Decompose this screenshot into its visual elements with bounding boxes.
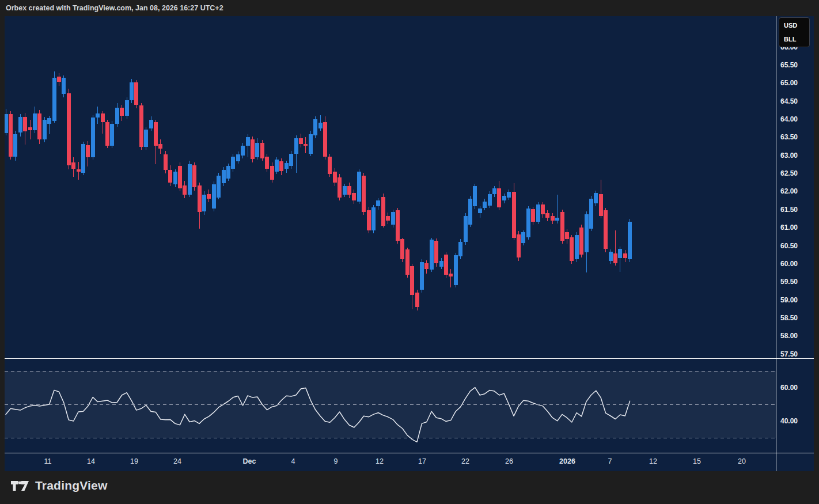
candle	[105, 122, 109, 146]
candle	[125, 100, 129, 115]
price-axis-label: 63.00	[780, 151, 798, 160]
price-axis-label: 59.50	[780, 277, 798, 286]
oscillator-pane[interactable]	[5, 359, 776, 453]
chart-widget: 66.0065.5065.0064.5064.0063.5063.0062.50…	[5, 16, 814, 471]
price-axis-label: 58.00	[780, 331, 798, 340]
time-axis-label: 24	[173, 457, 181, 465]
candle	[67, 93, 71, 165]
candle	[18, 117, 22, 132]
candle	[338, 177, 342, 198]
price-axis-label: 63.50	[780, 132, 798, 142]
tradingview-logo[interactable]: TradingView	[10, 479, 108, 492]
candle	[304, 144, 308, 146]
candle	[231, 157, 235, 169]
candle	[604, 210, 608, 249]
candle	[328, 157, 332, 173]
price-axis-label: 62.00	[780, 187, 798, 196]
price-axis-label: 61.00	[780, 223, 798, 232]
candle	[502, 196, 506, 200]
candle	[5, 114, 8, 133]
time-axis-label: 26	[505, 457, 513, 465]
candle	[173, 172, 177, 184]
candle	[57, 77, 61, 82]
oscillator-level-line	[5, 438, 776, 438]
candle	[198, 185, 202, 212]
candle	[381, 197, 385, 226]
candle	[545, 213, 549, 218]
time-axis-label: Dec	[243, 457, 256, 465]
candle	[400, 239, 404, 259]
candle	[28, 127, 32, 130]
candle	[623, 253, 627, 258]
candle	[362, 176, 366, 212]
oscillator-axis-label: 60.00	[780, 383, 798, 392]
candle	[285, 163, 289, 169]
tradingview-logo-icon	[10, 479, 30, 492]
candle	[9, 114, 13, 156]
candle	[410, 266, 414, 295]
candle	[560, 212, 564, 241]
candle	[352, 193, 356, 200]
candle	[251, 139, 255, 159]
candle	[246, 137, 250, 146]
candle	[376, 200, 380, 206]
candle	[318, 123, 323, 128]
price-axis[interactable]: 66.0065.5065.0064.5064.0063.5063.0062.50…	[776, 16, 814, 471]
candle	[507, 192, 511, 198]
candle	[613, 253, 617, 264]
time-axis[interactable]: 11141924Dec491217222620267121520	[5, 453, 776, 471]
candle	[178, 166, 182, 188]
time-axis-label: 15	[693, 457, 701, 465]
candle	[628, 222, 632, 259]
price-axis-label: 60.00	[780, 259, 798, 268]
candle	[241, 146, 245, 156]
candle	[386, 216, 390, 221]
candle	[347, 186, 351, 195]
tradingview-logo-text: TradingView	[35, 479, 108, 492]
candle	[101, 113, 105, 122]
candle	[217, 176, 221, 198]
candle	[37, 113, 41, 139]
price-pane[interactable]	[5, 16, 776, 358]
candle	[430, 240, 434, 269]
candle	[444, 255, 448, 275]
candle	[449, 274, 453, 276]
candle	[33, 113, 37, 130]
price-axis-label: 58.50	[780, 313, 798, 323]
candle	[202, 195, 206, 211]
candle	[77, 169, 81, 172]
price-axis-label: 64.50	[780, 97, 798, 106]
candle	[333, 172, 337, 183]
candle	[47, 118, 51, 124]
candle	[275, 160, 279, 172]
candle	[599, 194, 603, 216]
candle	[367, 210, 371, 230]
candle	[371, 207, 376, 230]
candle	[464, 216, 468, 242]
price-axis-label: 60.50	[780, 241, 798, 251]
candle	[517, 234, 521, 257]
candle	[526, 209, 530, 237]
candle	[43, 120, 47, 139]
candle	[154, 122, 158, 146]
time-axis-label: 4	[291, 457, 295, 465]
time-axis-label: 11	[44, 457, 52, 465]
candle	[96, 113, 100, 118]
candle	[110, 124, 114, 146]
candle	[149, 120, 153, 128]
time-axis-label: 12	[376, 457, 384, 465]
candle	[434, 241, 438, 264]
candle	[420, 262, 424, 290]
candle	[192, 165, 196, 187]
price-axis-label: 64.00	[780, 115, 798, 124]
candle	[497, 188, 501, 207]
candle	[158, 144, 162, 149]
candle	[115, 108, 119, 124]
candle	[23, 117, 27, 131]
candle	[313, 119, 317, 135]
price-axis-label: 62.50	[780, 169, 798, 178]
symbol-currency-label: USD	[784, 22, 797, 29]
candle	[13, 134, 17, 157]
pane-separator[interactable]	[5, 358, 814, 359]
candle	[609, 252, 613, 261]
